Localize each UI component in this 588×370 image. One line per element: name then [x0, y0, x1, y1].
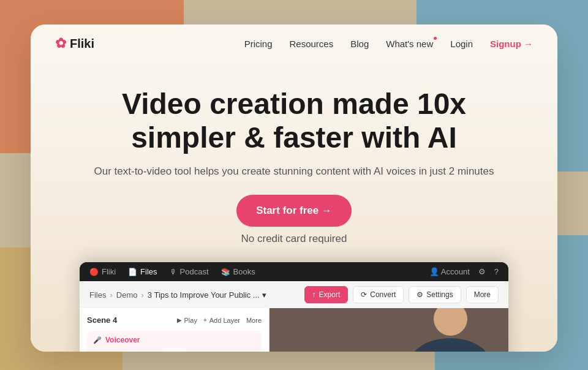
nav-links: Pricing Resources Blog What's new Login …	[244, 39, 533, 49]
person-shoulders	[410, 338, 490, 352]
app-right-panel	[270, 308, 508, 352]
play-control[interactable]: ▶ Play	[177, 317, 197, 324]
breadcrumb: Files › Demo › 3 Tips to Improve Your Pu…	[89, 290, 266, 300]
scene-title: Scene 4	[87, 315, 117, 325]
export-button[interactable]: ↑ Export	[304, 286, 349, 303]
nav-signup[interactable]: Signup →	[490, 39, 533, 49]
settings-icon: ⚙	[417, 290, 423, 299]
video-preview	[270, 308, 508, 352]
main-card: ✿ Fliki Pricing Resources Blog What's ne…	[31, 25, 557, 352]
breadcrumb-sep-1: ›	[110, 290, 112, 300]
toolbar-actions: ↑ Export ⟳ Convert ⚙ Settings More	[304, 286, 499, 303]
app-tab-files[interactable]: 📄 Files	[128, 267, 157, 276]
breadcrumb-demo[interactable]: Demo	[116, 290, 138, 300]
person-figure	[404, 308, 496, 352]
voiceover-text: Salll	[162, 348, 186, 352]
logo-icon: ✿	[55, 36, 66, 51]
nav-blog[interactable]: Blog	[350, 39, 369, 49]
person-head	[434, 308, 467, 336]
more-button[interactable]: More	[466, 286, 499, 303]
settings-button[interactable]: ⚙ Settings	[409, 286, 461, 303]
logo-text: Fliki	[70, 37, 94, 51]
account-control[interactable]: 👤 Account	[429, 267, 470, 276]
app-tabs: 🔴 Fliki 📄 Files 🎙 Podcast 📚 Books	[89, 267, 255, 276]
chevron-down-icon: ▾	[262, 290, 266, 300]
add-icon: +	[203, 317, 207, 323]
app-left-panel: Scene 4 ▶ Play + Add Layer More	[80, 308, 270, 352]
play-icon: ▶	[177, 317, 182, 323]
scene-header: Scene 4 ▶ Play + Add Layer More	[87, 315, 262, 325]
breadcrumb-sep-2: ›	[141, 290, 143, 300]
breadcrumb-files[interactable]: Files	[89, 290, 106, 300]
convert-button[interactable]: ⟳ Convert	[353, 286, 404, 303]
cta-note: No credit card required	[43, 233, 545, 245]
add-layer-label: Add Layer	[209, 317, 240, 324]
app-content: Scene 4 ▶ Play + Add Layer More	[80, 308, 508, 352]
app-tab-books[interactable]: 📚 Books	[221, 267, 255, 276]
nav-whats-new[interactable]: What's new	[386, 39, 433, 49]
hero-headline-line1: Video creation made 10x	[122, 88, 466, 120]
app-right-controls: 👤 Account ⚙ ?	[429, 267, 499, 276]
convert-label: Convert	[370, 290, 396, 299]
fliki-tab-label: Fliki	[102, 267, 116, 276]
export-icon: ↑	[312, 290, 316, 299]
more-label: More	[474, 290, 491, 299]
fliki-tab-icon: 🔴	[89, 268, 99, 276]
books-tab-icon: 📚	[221, 268, 230, 276]
cta-button[interactable]: Start for free →	[236, 195, 352, 227]
play-label: Play	[184, 317, 197, 324]
podcast-tab-label: Podcast	[180, 267, 209, 276]
microphone-icon: 🎤	[93, 336, 102, 344]
more-scene-label: More	[246, 317, 262, 324]
hero-section: Video creation made 10x simpler & faster…	[31, 62, 557, 352]
settings-label: Settings	[426, 290, 453, 299]
app-tab-fliki[interactable]: 🔴 Fliki	[89, 267, 116, 276]
help-control[interactable]: ?	[494, 267, 499, 276]
nav-resources[interactable]: Resources	[290, 39, 334, 49]
nav-login[interactable]: Login	[450, 39, 473, 49]
scene-controls: ▶ Play + Add Layer More	[177, 317, 262, 324]
breadcrumb-current[interactable]: 3 Tips to Improve Your Public ... ▾	[148, 290, 266, 300]
podcast-tab-icon: 🎙	[170, 268, 177, 276]
nav-pricing[interactable]: Pricing	[244, 39, 273, 49]
voiceover-label: 🎤 Voiceover	[93, 336, 255, 344]
convert-icon: ⟳	[361, 290, 367, 299]
navbar: ✿ Fliki Pricing Resources Blog What's ne…	[31, 25, 557, 62]
files-tab-icon: 📄	[128, 268, 137, 276]
app-topbar: 🔴 Fliki 📄 Files 🎙 Podcast 📚 Books	[80, 262, 508, 281]
app-toolbar: Files › Demo › 3 Tips to Improve Your Pu…	[80, 281, 508, 308]
hero-subheadline: Our text-to-video tool helps you create …	[43, 165, 545, 178]
logo[interactable]: ✿ Fliki	[55, 36, 94, 51]
hero-headline-line2: simpler & faster with AI	[131, 121, 457, 154]
voiceover-section: 🎤 Voiceover Salll	[87, 331, 262, 352]
breadcrumb-current-label: 3 Tips to Improve Your Public ...	[148, 290, 260, 300]
books-tab-label: Books	[233, 267, 255, 276]
voiceover-label-text: Voiceover	[105, 336, 140, 344]
export-label: Export	[319, 290, 341, 299]
add-layer-control[interactable]: + Add Layer	[203, 317, 240, 324]
app-preview: 🔴 Fliki 📄 Files 🎙 Podcast 📚 Books	[80, 262, 508, 352]
files-tab-label: Files	[140, 267, 157, 276]
settings-control[interactable]: ⚙	[478, 267, 486, 276]
hero-headline: Video creation made 10x simpler & faster…	[43, 87, 545, 154]
more-control[interactable]: More	[246, 317, 262, 324]
app-tab-podcast[interactable]: 🎙 Podcast	[170, 267, 209, 276]
